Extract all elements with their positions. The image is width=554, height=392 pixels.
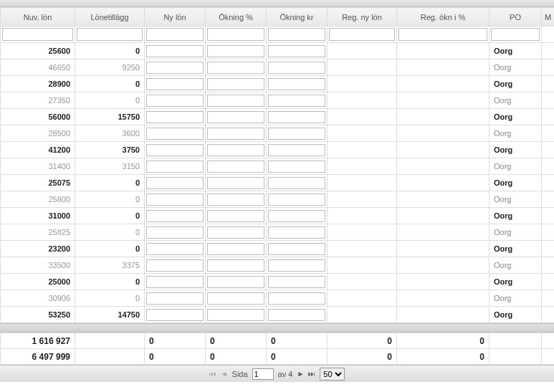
- input-okning-kr[interactable]: [268, 177, 325, 189]
- input-okning-kr[interactable]: [268, 193, 325, 206]
- input-ny-lon[interactable]: [146, 45, 204, 57]
- input-okning-kr[interactable]: [268, 111, 325, 123]
- input-okning-kr[interactable]: [268, 309, 325, 321]
- table-row[interactable]: 256000Oorg: [1, 43, 555, 59]
- col-reg-okn-pct[interactable]: Reg. ökn i %: [397, 8, 489, 27]
- input-okning-kr[interactable]: [268, 243, 325, 255]
- filter-nuv-lon[interactable]: [2, 28, 73, 41]
- input-okning-kr[interactable]: [268, 161, 325, 173]
- input-okning-pct[interactable]: [207, 276, 264, 288]
- col-reg-ny-lon[interactable]: Reg. ny lön: [328, 8, 397, 27]
- col-ny-lon[interactable]: Ny lön: [145, 8, 206, 27]
- input-okning-kr[interactable]: [268, 45, 325, 57]
- input-okning-kr[interactable]: [268, 144, 325, 156]
- page-size-select[interactable]: 50: [320, 368, 345, 381]
- input-okning-kr[interactable]: [268, 292, 325, 305]
- col-nuv-lon[interactable]: Nuv. lön: [1, 8, 75, 27]
- table-row[interactable]: 258000Oorg: [1, 191, 555, 208]
- input-okning-pct[interactable]: [207, 45, 264, 57]
- input-okning-kr[interactable]: [268, 128, 325, 140]
- filter-ny-lon[interactable]: [146, 28, 204, 41]
- input-okning-kr[interactable]: [268, 210, 325, 222]
- table-row[interactable]: 466509250Oorg: [1, 59, 555, 76]
- table-row[interactable]: 289000Oorg: [1, 76, 555, 92]
- input-okning-kr[interactable]: [268, 95, 325, 107]
- input-ny-lon[interactable]: [146, 78, 204, 90]
- input-ny-lon[interactable]: [146, 177, 204, 189]
- table-row[interactable]: 310000Oorg: [1, 208, 555, 224]
- cell-m: [542, 43, 555, 59]
- input-ny-lon[interactable]: [146, 193, 204, 206]
- input-ny-lon[interactable]: [146, 128, 204, 140]
- cell-nuv: 23200: [1, 241, 75, 257]
- cell-reg-pct: [397, 241, 489, 257]
- input-okning-pct[interactable]: [207, 226, 264, 239]
- filter-okning-kr[interactable]: [268, 28, 325, 41]
- input-ny-lon[interactable]: [146, 144, 204, 156]
- filter-okning-pct[interactable]: [207, 28, 264, 41]
- input-okning-pct[interactable]: [207, 111, 264, 123]
- page-input[interactable]: [252, 368, 274, 380]
- col-okning-pct[interactable]: Ökning %: [206, 8, 267, 27]
- cell-po: Oorg: [489, 224, 542, 241]
- input-okning-pct[interactable]: [207, 144, 264, 156]
- input-okning-pct[interactable]: [207, 259, 264, 272]
- filter-reg-okn-pct[interactable]: [398, 28, 487, 41]
- input-okning-pct[interactable]: [207, 177, 264, 189]
- col-lonetillagg[interactable]: Lönetillägg: [75, 8, 145, 27]
- table-row[interactable]: 335003375Oorg: [1, 257, 555, 274]
- input-okning-pct[interactable]: [207, 292, 264, 305]
- table-row[interactable]: 258250Oorg: [1, 224, 555, 241]
- table-row[interactable]: 412003750Oorg: [1, 142, 555, 158]
- filter-reg-ny-lon[interactable]: [329, 28, 395, 41]
- cell-po: Oorg: [489, 290, 542, 307]
- total2-reg2: 0: [397, 349, 489, 365]
- last-page-icon[interactable]: ⏭: [308, 370, 315, 378]
- table-row[interactable]: 5600015750Oorg: [1, 109, 555, 125]
- col-okning-kr[interactable]: Ökning kr: [267, 8, 328, 27]
- input-okning-pct[interactable]: [207, 243, 264, 255]
- filter-po[interactable]: [491, 28, 540, 41]
- input-okning-pct[interactable]: [207, 78, 264, 90]
- input-ny-lon[interactable]: [146, 226, 204, 239]
- input-ny-lon[interactable]: [146, 292, 204, 305]
- table-row[interactable]: 250000Oorg: [1, 274, 555, 290]
- prev-page-icon[interactable]: ◄: [221, 370, 228, 378]
- table-row[interactable]: 309060Oorg: [1, 290, 555, 307]
- table-row[interactable]: 314003150Oorg: [1, 158, 555, 175]
- input-ny-lon[interactable]: [146, 276, 204, 288]
- table-row[interactable]: 273500Oorg: [1, 92, 555, 109]
- table-row[interactable]: 5325014750Oorg: [1, 307, 555, 323]
- input-okning-pct[interactable]: [207, 128, 264, 140]
- input-okning-kr[interactable]: [268, 226, 325, 239]
- input-okning-pct[interactable]: [207, 193, 264, 206]
- input-ny-lon[interactable]: [146, 259, 204, 272]
- input-okning-pct[interactable]: [207, 210, 264, 222]
- input-okning-kr[interactable]: [268, 276, 325, 288]
- input-okning-kr[interactable]: [268, 62, 325, 74]
- input-okning-pct[interactable]: [207, 62, 264, 74]
- input-ny-lon[interactable]: [146, 161, 204, 173]
- first-page-icon[interactable]: ⏮: [209, 370, 216, 378]
- cell-reg-ny: [328, 290, 397, 307]
- table-row[interactable]: 250750Oorg: [1, 175, 555, 191]
- input-okning-pct[interactable]: [207, 309, 264, 321]
- input-ny-lon[interactable]: [146, 210, 204, 222]
- input-ny-lon[interactable]: [146, 95, 204, 107]
- header-row: Nuv. lön Lönetillägg Ny lön Ökning % Ökn…: [1, 8, 555, 27]
- input-okning-kr[interactable]: [268, 259, 325, 272]
- input-ny-lon[interactable]: [146, 111, 204, 123]
- input-okning-pct[interactable]: [207, 161, 264, 173]
- input-ny-lon[interactable]: [146, 309, 204, 321]
- next-page-icon[interactable]: ►: [297, 370, 304, 378]
- input-ny-lon[interactable]: [146, 62, 204, 74]
- table-row[interactable]: 285003600Oorg: [1, 125, 555, 142]
- col-po[interactable]: PO: [489, 8, 542, 27]
- input-okning-kr[interactable]: [268, 78, 325, 90]
- input-okning-pct[interactable]: [207, 95, 264, 107]
- cell-nuv: 31000: [1, 208, 75, 224]
- filter-lonetillagg[interactable]: [77, 28, 143, 41]
- input-ny-lon[interactable]: [146, 243, 204, 255]
- col-m[interactable]: M: [542, 8, 555, 27]
- table-row[interactable]: 232000Oorg: [1, 241, 555, 257]
